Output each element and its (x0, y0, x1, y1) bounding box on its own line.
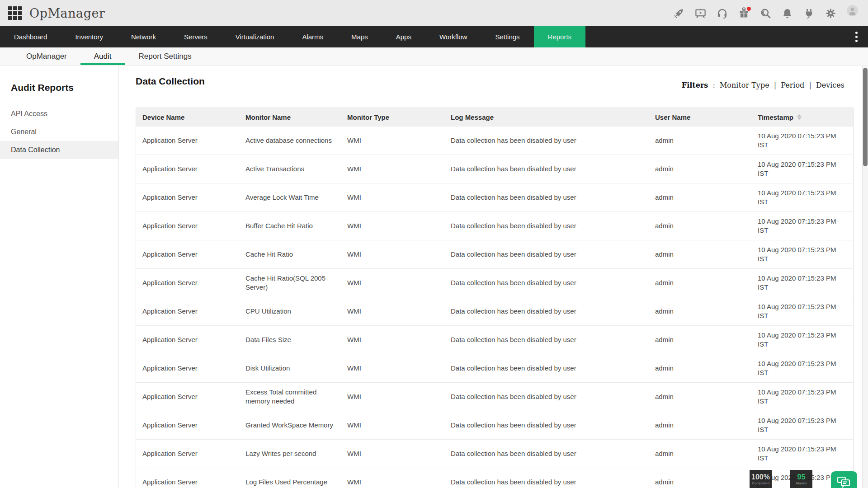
cell-log-message: Data collection has been disabled by use… (444, 240, 649, 268)
table-row: Application Server Excess Total committe… (136, 382, 853, 411)
cell-device-name: Application Server (136, 240, 239, 268)
cell-device-name: Application Server (136, 212, 239, 240)
plugin-plug-icon[interactable] (803, 7, 815, 19)
sidebar-item-general[interactable]: General (0, 123, 118, 141)
tab-report-settings[interactable]: Report Settings (125, 47, 205, 65)
filter-devices[interactable]: Devices (816, 81, 844, 89)
cell-user-name: admin (649, 411, 751, 439)
cell-log-message: Data collection has been disabled by use… (444, 297, 649, 325)
cell-user-name: admin (649, 297, 751, 325)
alarms-count: 95 (797, 473, 806, 481)
chat-support-button[interactable] (831, 471, 857, 488)
tab-opmanager[interactable]: OpManager (13, 47, 80, 65)
app-logo: OpManager (29, 6, 105, 20)
cell-device-name: Application Server (136, 183, 239, 211)
cell-log-message: Data collection has been disabled by use… (444, 269, 649, 297)
sort-icon[interactable] (797, 114, 802, 120)
cell-monitor-type: WMI (341, 440, 444, 468)
cell-device-name: Application Server (136, 440, 239, 468)
nav-item-alarms[interactable]: Alarms (288, 26, 337, 47)
cell-log-message: Data collection has been disabled by use… (444, 127, 649, 155)
presentation-play-icon[interactable] (694, 7, 707, 19)
top-bar: OpManager (0, 0, 868, 26)
cell-log-message: Data collection has been disabled by use… (444, 354, 649, 382)
nav-item-maps[interactable]: Maps (337, 26, 382, 47)
table-row: Application Server Cache Hit Ratio WMI D… (136, 240, 853, 268)
cell-device-name: Application Server (136, 155, 239, 183)
table-row: Application Server Cache Hit Ratio(SQL 2… (136, 268, 853, 297)
cell-timestamp: 10 Aug 2020 07:15:23 PM IST (751, 127, 854, 155)
nav-item-reports[interactable]: Reports (534, 26, 586, 47)
nav-item-workflow[interactable]: Workflow (425, 26, 481, 47)
cell-monitor-name: Active Transactions (239, 155, 341, 183)
cell-monitor-type: WMI (341, 269, 444, 297)
cell-monitor-type: WMI (341, 240, 444, 268)
sidebar-item-data-collection[interactable]: Data Collection (0, 141, 118, 159)
cell-user-name: admin (649, 155, 751, 183)
cell-log-message: Data collection has been disabled by use… (444, 212, 649, 240)
cell-log-message: Data collection has been disabled by use… (444, 383, 649, 411)
filter-period[interactable]: Period (781, 81, 804, 89)
nav-item-settings[interactable]: Settings (481, 26, 533, 47)
cell-user-name: admin (649, 269, 751, 297)
sidebar-item-api-access[interactable]: API Access (0, 105, 118, 123)
search-icon[interactable] (760, 7, 772, 19)
cell-user-name: admin (649, 212, 751, 240)
progress-value: 100% (751, 473, 770, 481)
nav-item-apps[interactable]: Apps (382, 26, 425, 47)
cell-monitor-type: WMI (341, 127, 444, 155)
support-headset-icon[interactable] (716, 7, 728, 19)
sidebar-list: API Access General Data Collection (0, 105, 118, 159)
scrollbar-thumb[interactable] (863, 68, 868, 166)
sub-tab-bar: OpManager Audit Report Settings (0, 47, 868, 66)
nav-overflow-kebab-icon[interactable] (852, 26, 861, 47)
cell-monitor-name: Active database connections (239, 127, 341, 155)
table-header-row: Device Name Monitor Name Monitor Type Lo… (136, 108, 853, 126)
cell-timestamp: 10 Aug 2020 07:15:23 PM IST (751, 183, 854, 211)
cell-timestamp: 10 Aug 2020 07:15:23 PM IST (751, 354, 854, 382)
nav-item-virtualization[interactable]: Virtualization (222, 26, 288, 47)
cell-timestamp: 10 Aug 2020 07:15:23 PM IST (751, 440, 854, 468)
audit-table: Device Name Monitor Name Monitor Type Lo… (136, 108, 854, 488)
column-header-timestamp[interactable]: Timestamp (751, 113, 854, 121)
nav-item-servers[interactable]: Servers (170, 26, 222, 47)
alarms-count-badge[interactable]: 95 Alarms (790, 470, 812, 488)
cell-user-name: admin (649, 468, 751, 488)
cell-device-name: Application Server (136, 383, 239, 411)
discovery-progress-badge[interactable]: 100% Completed (750, 470, 772, 488)
nav-item-network[interactable]: Network (117, 26, 170, 47)
cell-monitor-name: Disk Utilization (239, 354, 341, 382)
cell-monitor-name: Cache Hit Ratio (239, 240, 341, 268)
cell-device-name: Application Server (136, 354, 239, 382)
filters-bar: Filters : Monitor Type | Period | Device… (682, 81, 844, 89)
cell-monitor-type: WMI (341, 383, 444, 411)
alarms-label: Alarms (796, 481, 807, 486)
settings-gear-icon[interactable] (825, 7, 837, 19)
opmanager-page: OpManager (0, 0, 868, 488)
cell-monitor-type: WMI (341, 326, 444, 354)
cell-device-name: Application Server (136, 468, 239, 488)
table-row: Application Server Lazy Writes per secon… (136, 439, 853, 468)
nav-item-dashboard[interactable]: Dashboard (0, 26, 61, 47)
user-avatar[interactable] (846, 5, 863, 22)
cell-log-message: Data collection has been disabled by use… (444, 411, 649, 439)
nav-item-inventory[interactable]: Inventory (61, 26, 117, 47)
scrollbar-track[interactable] (862, 66, 868, 488)
sidebar-title: Audit Reports (0, 66, 118, 93)
notification-bell-icon[interactable] (781, 7, 793, 19)
table-row: Application Server Active database conne… (136, 126, 853, 155)
tab-audit[interactable]: Audit (80, 47, 125, 65)
cell-timestamp: 10 Aug 2020 07:15:23 PM IST (751, 240, 854, 268)
filter-monitor-type[interactable]: Monitor Type (720, 81, 769, 89)
gift-icon[interactable] (738, 7, 750, 19)
chat-icon (836, 476, 852, 488)
cell-timestamp: 10 Aug 2020 07:15:23 PM IST (751, 212, 854, 240)
apps-grid-icon[interactable] (8, 6, 22, 20)
cell-monitor-name: CPU Utilization (239, 297, 341, 325)
cell-monitor-name: Lazy Writes per second (239, 440, 341, 468)
table-row: Application Server Granted WorkSpace Mem… (136, 411, 853, 439)
table-row: Application Server Log Files Used Percen… (136, 468, 853, 488)
audit-reports-sidebar: Audit Reports API Access General Data Co… (0, 66, 119, 488)
rocket-icon[interactable] (673, 7, 685, 19)
cell-monitor-name: Log Files Used Percentage (239, 468, 341, 488)
